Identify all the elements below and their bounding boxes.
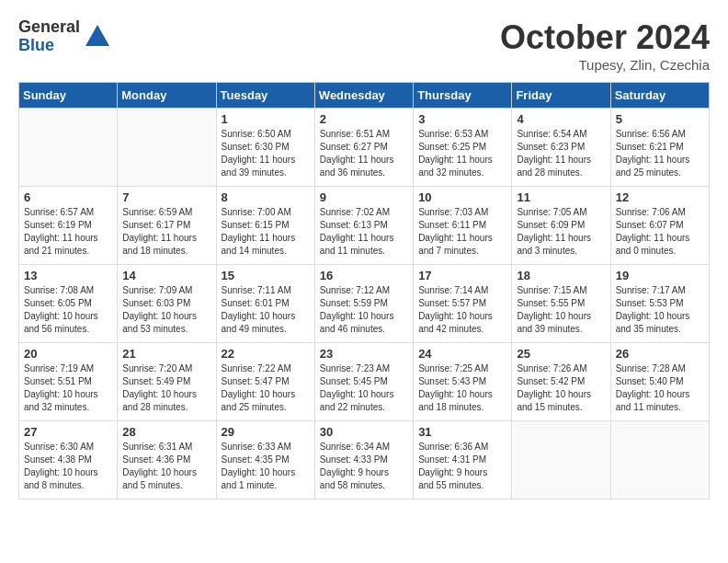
day-info: Sunrise: 6:53 AM Sunset: 6:25 PM Dayligh…: [418, 128, 506, 179]
calendar-cell: 26Sunrise: 7:28 AM Sunset: 5:40 PM Dayli…: [610, 343, 709, 421]
day-number: 7: [122, 190, 210, 204]
calendar-cell: 21Sunrise: 7:20 AM Sunset: 5:49 PM Dayli…: [118, 343, 216, 421]
weekday-header-tuesday: Tuesday: [216, 83, 314, 109]
day-number: 9: [320, 190, 408, 204]
day-number: 2: [320, 112, 408, 126]
calendar-cell: 30Sunrise: 6:34 AM Sunset: 4:33 PM Dayli…: [314, 421, 413, 500]
day-info: Sunrise: 7:25 AM Sunset: 5:43 PM Dayligh…: [418, 362, 506, 414]
day-info: Sunrise: 7:00 AM Sunset: 6:15 PM Dayligh…: [222, 206, 310, 258]
day-number: 1: [222, 112, 310, 126]
day-info: Sunrise: 7:09 AM Sunset: 6:03 PM Dayligh…: [122, 284, 210, 336]
month-title: October 2024: [500, 18, 710, 57]
day-number: 29: [222, 425, 310, 439]
calendar-cell: 10Sunrise: 7:03 AM Sunset: 6:11 PM Dayli…: [414, 187, 512, 265]
weekday-header-friday: Friday: [512, 83, 610, 109]
day-info: Sunrise: 7:08 AM Sunset: 6:05 PM Dayligh…: [24, 284, 112, 336]
day-info: Sunrise: 7:05 AM Sunset: 6:09 PM Dayligh…: [517, 206, 605, 258]
calendar-cell: 12Sunrise: 7:06 AM Sunset: 6:07 PM Dayli…: [610, 187, 709, 265]
calendar-cell: 19Sunrise: 7:17 AM Sunset: 5:53 PM Dayli…: [610, 265, 709, 343]
day-number: 11: [517, 190, 605, 204]
calendar-week-3: 13Sunrise: 7:08 AM Sunset: 6:05 PM Dayli…: [19, 265, 710, 343]
day-info: Sunrise: 7:14 AM Sunset: 5:57 PM Dayligh…: [418, 284, 506, 336]
day-number: 14: [122, 269, 210, 282]
weekday-header-row: SundayMondayTuesdayWednesdayThursdayFrid…: [19, 83, 710, 109]
day-number: 15: [222, 269, 310, 282]
day-number: 24: [418, 347, 506, 361]
page-header: General Blue October 2024 Tupesy, Zlin, …: [18, 18, 710, 73]
svg-marker-0: [85, 25, 109, 46]
day-number: 25: [517, 347, 605, 361]
calendar-cell: 29Sunrise: 6:33 AM Sunset: 4:35 PM Dayli…: [216, 421, 314, 500]
logo-general: General: [18, 18, 80, 37]
day-number: 18: [517, 269, 605, 282]
calendar-week-2: 6Sunrise: 6:57 AM Sunset: 6:19 PM Daylig…: [19, 187, 710, 265]
day-info: Sunrise: 6:30 AM Sunset: 4:38 PM Dayligh…: [24, 441, 112, 492]
weekday-header-sunday: Sunday: [19, 83, 118, 109]
day-info: Sunrise: 6:59 AM Sunset: 6:17 PM Dayligh…: [122, 206, 210, 258]
day-number: 30: [320, 425, 408, 439]
title-section: October 2024 Tupesy, Zlin, Czechia: [500, 18, 710, 73]
day-number: 6: [24, 190, 112, 204]
day-info: Sunrise: 7:02 AM Sunset: 6:13 PM Dayligh…: [320, 206, 408, 258]
day-number: 5: [616, 112, 704, 126]
calendar-cell: 16Sunrise: 7:12 AM Sunset: 5:59 PM Dayli…: [314, 265, 413, 343]
calendar-cell: 25Sunrise: 7:26 AM Sunset: 5:42 PM Dayli…: [512, 343, 610, 421]
logo-icon: [84, 23, 111, 51]
day-info: Sunrise: 7:19 AM Sunset: 5:51 PM Dayligh…: [24, 362, 112, 414]
day-info: Sunrise: 7:20 AM Sunset: 5:49 PM Dayligh…: [122, 362, 210, 414]
calendar-cell: 13Sunrise: 7:08 AM Sunset: 6:05 PM Dayli…: [19, 265, 118, 343]
calendar-week-4: 20Sunrise: 7:19 AM Sunset: 5:51 PM Dayli…: [19, 343, 710, 421]
logo-blue: Blue: [18, 37, 80, 55]
day-number: 8: [222, 190, 310, 204]
weekday-header-saturday: Saturday: [610, 83, 709, 109]
calendar-cell: 17Sunrise: 7:14 AM Sunset: 5:57 PM Dayli…: [414, 265, 512, 343]
calendar-cell: 1Sunrise: 6:50 AM Sunset: 6:30 PM Daylig…: [216, 109, 314, 187]
day-info: Sunrise: 7:23 AM Sunset: 5:45 PM Dayligh…: [320, 362, 408, 414]
day-number: 23: [320, 347, 408, 361]
calendar-cell: 6Sunrise: 6:57 AM Sunset: 6:19 PM Daylig…: [19, 187, 118, 265]
day-number: 10: [418, 190, 506, 204]
calendar-cell: 7Sunrise: 6:59 AM Sunset: 6:17 PM Daylig…: [118, 187, 216, 265]
day-number: 4: [517, 112, 605, 126]
calendar-cell: [512, 421, 610, 500]
logo: General Blue: [18, 18, 111, 55]
day-number: 21: [122, 347, 210, 361]
day-number: 19: [616, 269, 704, 282]
day-info: Sunrise: 7:28 AM Sunset: 5:40 PM Dayligh…: [616, 362, 704, 414]
calendar-cell: 4Sunrise: 6:54 AM Sunset: 6:23 PM Daylig…: [512, 109, 610, 187]
calendar-cell: 18Sunrise: 7:15 AM Sunset: 5:55 PM Dayli…: [512, 265, 610, 343]
day-info: Sunrise: 7:22 AM Sunset: 5:47 PM Dayligh…: [222, 362, 310, 414]
day-number: 28: [122, 425, 210, 439]
day-info: Sunrise: 6:34 AM Sunset: 4:33 PM Dayligh…: [320, 441, 408, 492]
day-info: Sunrise: 6:57 AM Sunset: 6:19 PM Dayligh…: [24, 206, 112, 258]
day-number: 12: [616, 190, 704, 204]
day-info: Sunrise: 6:36 AM Sunset: 4:31 PM Dayligh…: [418, 441, 506, 492]
calendar-week-1: 1Sunrise: 6:50 AM Sunset: 6:30 PM Daylig…: [19, 109, 710, 187]
day-number: 20: [24, 347, 112, 361]
day-number: 27: [24, 425, 112, 439]
day-number: 17: [418, 269, 506, 282]
calendar-cell: 23Sunrise: 7:23 AM Sunset: 5:45 PM Dayli…: [314, 343, 413, 421]
day-info: Sunrise: 6:50 AM Sunset: 6:30 PM Dayligh…: [222, 128, 310, 179]
day-number: 22: [222, 347, 310, 361]
day-info: Sunrise: 7:17 AM Sunset: 5:53 PM Dayligh…: [616, 284, 704, 336]
day-info: Sunrise: 7:03 AM Sunset: 6:11 PM Dayligh…: [418, 206, 506, 258]
day-number: 13: [24, 269, 112, 282]
calendar-cell: [610, 421, 709, 500]
calendar-week-5: 27Sunrise: 6:30 AM Sunset: 4:38 PM Dayli…: [19, 421, 710, 500]
calendar-cell: [118, 109, 216, 187]
day-number: 16: [320, 269, 408, 282]
calendar-cell: 11Sunrise: 7:05 AM Sunset: 6:09 PM Dayli…: [512, 187, 610, 265]
weekday-header-wednesday: Wednesday: [314, 83, 413, 109]
weekday-header-monday: Monday: [118, 83, 216, 109]
day-number: 31: [418, 425, 506, 439]
calendar-cell: 27Sunrise: 6:30 AM Sunset: 4:38 PM Dayli…: [19, 421, 118, 500]
day-number: 26: [616, 347, 704, 361]
calendar-cell: 20Sunrise: 7:19 AM Sunset: 5:51 PM Dayli…: [19, 343, 118, 421]
day-info: Sunrise: 6:56 AM Sunset: 6:21 PM Dayligh…: [616, 128, 704, 179]
calendar-cell: 5Sunrise: 6:56 AM Sunset: 6:21 PM Daylig…: [610, 109, 709, 187]
day-info: Sunrise: 6:51 AM Sunset: 6:27 PM Dayligh…: [320, 128, 408, 179]
day-info: Sunrise: 6:31 AM Sunset: 4:36 PM Dayligh…: [122, 441, 210, 492]
calendar-cell: 22Sunrise: 7:22 AM Sunset: 5:47 PM Dayli…: [216, 343, 314, 421]
calendar-cell: 15Sunrise: 7:11 AM Sunset: 6:01 PM Dayli…: [216, 265, 314, 343]
